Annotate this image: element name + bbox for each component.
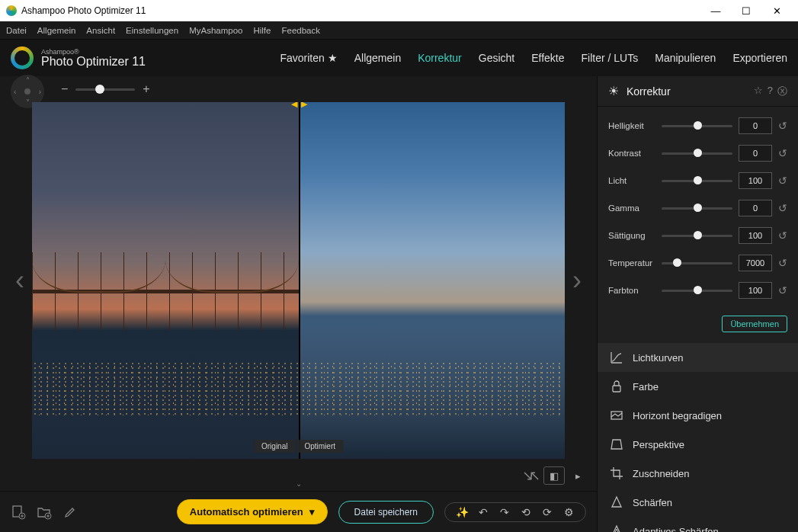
app-icon [6, 5, 17, 16]
menu-datei[interactable]: Datei [6, 26, 27, 35]
quick-tools: ✨ ↶ ↷ ⟲ ⟳ ⚙ [444, 502, 586, 522]
compare-divider[interactable] [299, 102, 300, 459]
zoom-out-button[interactable]: − [61, 82, 68, 96]
menubar: Datei Allgemein Ansicht Einstellungen My… [0, 21, 798, 40]
minimize-button[interactable]: ― [700, 5, 731, 17]
tool-label: Zuschneiden [633, 468, 689, 479]
workspace: ˄ ˅ ‹ › − + ‹ Original [0, 76, 597, 532]
crop-icon [610, 466, 623, 480]
view-options-button[interactable]: ▸ [572, 466, 583, 485]
magic-wand-icon[interactable]: ✨ [453, 506, 471, 518]
rotate-left-icon[interactable]: ⟲ [517, 506, 535, 518]
brightness-icon: ☀ [608, 84, 619, 98]
slider-value-saettigung[interactable]: 100 [739, 227, 772, 244]
slider-farbton[interactable] [662, 290, 732, 292]
add-folder-icon[interactable] [37, 505, 52, 520]
next-image-button[interactable]: › [568, 264, 586, 296]
slider-value-farbton[interactable]: 100 [739, 282, 772, 299]
brand-logo-icon [11, 46, 34, 69]
tab-korrektur[interactable]: Korrektur [418, 52, 462, 64]
tool-sharpen[interactable]: Schärfen [598, 488, 798, 517]
slider-value-gamma[interactable]: 0 [739, 200, 772, 216]
tool-label: Farbe [633, 381, 659, 393]
slider-licht[interactable] [662, 180, 732, 182]
thumbnail-strip-toggle[interactable]: ⌄ [296, 479, 302, 488]
slider-value-licht[interactable]: 100 [739, 172, 772, 189]
maximize-button[interactable]: ☐ [731, 5, 761, 17]
tool-label: Lichtkurven [633, 352, 683, 364]
help-icon[interactable]: ? [768, 85, 773, 98]
tab-exportieren[interactable]: Exportieren [732, 52, 787, 64]
zoom-in-button[interactable]: + [143, 82, 149, 96]
tab-favoriten[interactable]: Favoriten ★ [280, 52, 337, 64]
slider-label-licht: Licht [608, 176, 655, 185]
perspective-icon [610, 437, 623, 451]
zoom-slider[interactable] [75, 88, 135, 91]
tool-perspective[interactable]: Perspektive [598, 430, 798, 459]
menu-feedback[interactable]: Feedback [281, 26, 320, 35]
compare-label-original: Original [254, 440, 295, 453]
slider-value-helligkeit[interactable]: 0 [739, 117, 772, 134]
tool-lock[interactable]: Farbe [598, 372, 798, 401]
slider-saettigung[interactable] [662, 235, 732, 237]
save-file-button[interactable]: Datei speichern [338, 501, 434, 524]
menu-hilfe[interactable]: Hilfe [253, 26, 271, 35]
slider-label-saettigung: Sättigung [608, 231, 655, 240]
tab-filter-luts[interactable]: Filter / LUTs [582, 52, 639, 64]
slider-label-kontrast: Kontrast [608, 149, 655, 158]
menu-ansicht[interactable]: Ansicht [86, 26, 115, 35]
reset-saettigung-icon[interactable]: ↺ [778, 229, 787, 242]
menu-myashampoo[interactable]: MyAshampoo [189, 26, 242, 35]
rotate-right-icon[interactable]: ⟳ [538, 506, 556, 518]
brand: Ashampoo® Photo Optimizer 11 [11, 46, 146, 69]
tab-manipulieren[interactable]: Manipulieren [655, 52, 716, 64]
tool-crop[interactable]: Zuschneiden [598, 459, 798, 488]
tool-curves[interactable]: Lichtkurven [598, 343, 798, 372]
reset-farbton-icon[interactable]: ↺ [778, 284, 787, 296]
window-title: Ashampoo Photo Optimizer 11 [21, 5, 146, 16]
tool-horizon[interactable]: Horizont begradigen [598, 401, 798, 430]
reset-gamma-icon[interactable]: ↺ [778, 202, 787, 214]
image-preview[interactable]: Original Optimiert [32, 102, 565, 459]
menu-einstellungen[interactable]: Einstellungen [126, 26, 178, 35]
tool-label: Horizont begradigen [633, 410, 722, 421]
slider-label-temperatur: Temperatur [608, 258, 655, 268]
reset-licht-icon[interactable]: ↺ [778, 175, 787, 187]
lock-icon [610, 380, 623, 393]
compare-view-toggle[interactable]: ◧ [543, 466, 565, 485]
slider-helligkeit[interactable] [662, 125, 732, 127]
tab-gesicht[interactable]: Gesicht [479, 52, 514, 64]
slider-temperatur[interactable] [662, 262, 732, 264]
brush-icon[interactable] [62, 505, 78, 520]
prev-image-button[interactable]: ‹ [11, 264, 29, 296]
apply-button[interactable]: Übernehmen [722, 316, 787, 332]
favorite-icon[interactable]: ☆ [754, 85, 763, 98]
slider-kontrast[interactable] [662, 152, 732, 155]
tab-allgemein[interactable]: Allgemein [354, 52, 401, 64]
curves-icon [610, 351, 623, 364]
redo-icon[interactable]: ↷ [495, 506, 514, 518]
fit-screen-icon[interactable]: ↘↖ [522, 470, 536, 481]
slider-label-gamma: Gamma [608, 204, 655, 213]
tool-label: Perspektive [633, 439, 684, 450]
tab-effekte[interactable]: Effekte [531, 52, 564, 64]
auto-optimize-button[interactable]: Automatisch optimieren ▾ [177, 499, 328, 524]
reset-kontrast-icon[interactable]: ↺ [778, 147, 787, 159]
titlebar: Ashampoo Photo Optimizer 11 ― ☐ ✕ [0, 0, 798, 21]
close-panel-icon[interactable]: ⓧ [777, 85, 787, 98]
add-file-icon[interactable] [11, 505, 26, 520]
side-panel: ☀ Korrektur ☆ ? ⓧ Helligkeit0↺Kontrast0↺… [597, 76, 798, 532]
slider-value-kontrast[interactable]: 0 [739, 145, 772, 162]
menu-allgemein[interactable]: Allgemein [37, 26, 76, 35]
compare-label-optimized: Optimiert [296, 440, 343, 453]
panel-title: Korrektur [627, 85, 746, 98]
slider-value-temperatur[interactable]: 7000 [739, 255, 772, 271]
reset-helligkeit-icon[interactable]: ↺ [778, 120, 787, 132]
tool-adaptive-sharpen[interactable]: Adaptives Schärfen [598, 517, 798, 532]
gear-icon[interactable]: ⚙ [559, 506, 578, 518]
close-button[interactable]: ✕ [761, 5, 792, 17]
brand-big: Photo Optimizer 11 [41, 56, 146, 68]
undo-icon[interactable]: ↶ [474, 506, 492, 518]
slider-gamma[interactable] [662, 207, 732, 210]
reset-temperatur-icon[interactable]: ↺ [778, 257, 787, 269]
